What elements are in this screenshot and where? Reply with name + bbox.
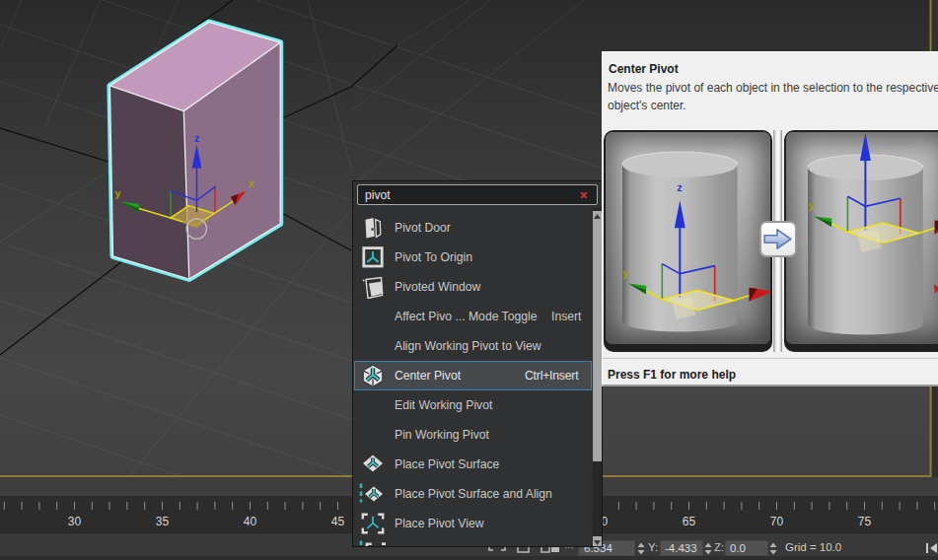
svg-text:z: z	[194, 132, 199, 144]
svg-text:y: y	[115, 187, 121, 199]
svg-text:x: x	[249, 177, 254, 189]
